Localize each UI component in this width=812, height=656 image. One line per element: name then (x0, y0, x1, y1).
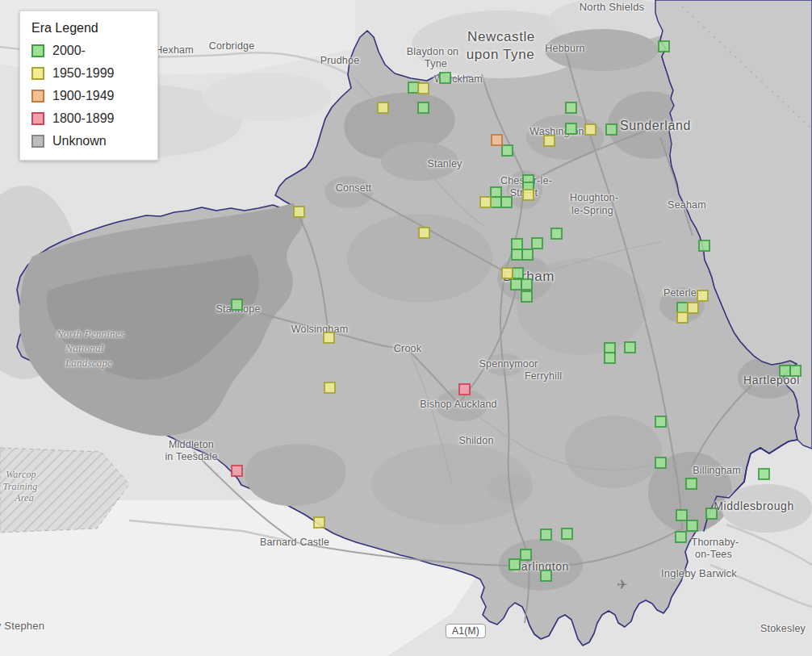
marker-era-2000[interactable] (655, 416, 667, 428)
marker-era-1950[interactable] (543, 135, 555, 147)
marker-era-2000[interactable] (705, 508, 718, 520)
marker-era-2000[interactable] (758, 468, 770, 480)
legend-swatch-1950-icon (31, 67, 44, 80)
legend-swatch-2000-icon (31, 44, 44, 57)
marker-era-1900[interactable] (491, 134, 503, 146)
legend-item-unknown: Unknown (31, 134, 148, 148)
marker-era-2000[interactable] (685, 478, 697, 490)
marker-era-1950[interactable] (323, 332, 335, 344)
marker-era-2000[interactable] (565, 102, 577, 114)
marker-era-2000[interactable] (521, 249, 534, 261)
marker-era-2000[interactable] (540, 570, 552, 582)
marker-era-2000[interactable] (605, 123, 617, 136)
map-app: North ShieldsNewcastleupon TyneHebburnHe… (0, 0, 812, 656)
marker-era-2000[interactable] (540, 529, 552, 541)
marker-era-2000[interactable] (521, 278, 533, 290)
marker-era-1950[interactable] (697, 290, 709, 302)
marker-era-2000[interactable] (501, 144, 513, 157)
marker-era-1950[interactable] (676, 311, 689, 324)
marker-era-1950[interactable] (479, 196, 492, 208)
marker-era-2000[interactable] (417, 102, 429, 114)
marker-era-1950[interactable] (687, 302, 699, 314)
marker-era-1950[interactable] (377, 102, 389, 114)
marker-era-1950[interactable] (501, 267, 513, 279)
road-badge-a1m: A1(M) (446, 624, 486, 638)
marker-era-1950[interactable] (417, 82, 429, 94)
marker-era-2000[interactable] (561, 528, 573, 540)
marker-era-2000[interactable] (512, 267, 524, 279)
marker-era-2000[interactable] (550, 228, 563, 240)
marker-era-1800[interactable] (458, 383, 471, 395)
marker-era-1800[interactable] (231, 465, 243, 477)
legend-swatch-1800-icon (31, 112, 44, 125)
marker-era-2000[interactable] (698, 240, 710, 252)
marker-era-2000[interactable] (520, 549, 532, 561)
marker-era-2000[interactable] (521, 290, 533, 303)
era-legend: Era Legend 2000- 1950-1999 1900-1949 180… (19, 10, 158, 161)
legend-item-1950: 1950-1999 (31, 66, 148, 81)
marker-era-1950[interactable] (313, 516, 325, 529)
legend-item-1800: 1800-1899 (31, 111, 148, 126)
marker-era-1950[interactable] (522, 189, 534, 201)
legend-swatch-1900-icon (31, 90, 44, 102)
marker-era-2000[interactable] (655, 457, 667, 469)
marker-era-2000[interactable] (789, 365, 802, 377)
legend-title: Era Legend (31, 21, 148, 36)
legend-item-2000: 2000- (31, 44, 148, 58)
marker-era-2000[interactable] (675, 531, 687, 543)
legend-item-1900: 1900-1949 (31, 89, 148, 103)
marker-era-2000[interactable] (439, 72, 451, 84)
marker-era-1950[interactable] (293, 206, 305, 218)
marker-era-2000[interactable] (231, 299, 243, 311)
marker-era-2000[interactable] (509, 558, 521, 570)
marker-era-2000[interactable] (531, 237, 543, 249)
marker-era-2000[interactable] (658, 40, 670, 52)
marker-era-2000[interactable] (604, 352, 616, 364)
marker-era-1950[interactable] (418, 227, 430, 239)
legend-swatch-unknown-icon (31, 135, 44, 148)
marker-era-2000[interactable] (500, 196, 513, 208)
marker-era-1950[interactable] (584, 123, 596, 136)
marker-era-1950[interactable] (324, 382, 336, 394)
marker-era-2000[interactable] (624, 341, 636, 353)
marker-era-2000[interactable] (565, 123, 577, 135)
marker-era-2000[interactable] (686, 520, 698, 532)
